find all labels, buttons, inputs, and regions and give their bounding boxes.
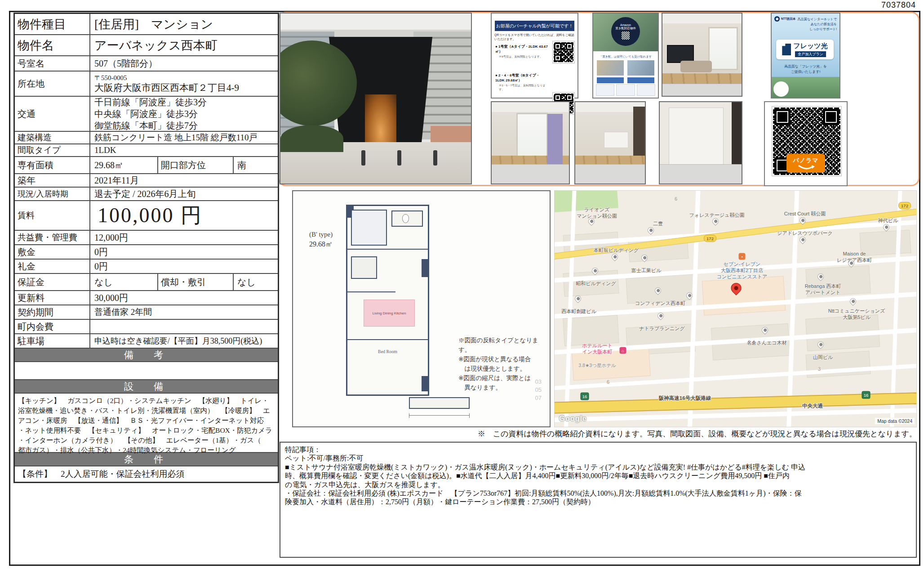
table-row-guarantee: 保証金 なし 償却・敷引 なし (15, 274, 278, 291)
qr-finder (554, 54, 561, 62)
living-room-photo (662, 13, 742, 97)
map-label: ホテルルート イン大阪本町 (582, 343, 612, 355)
photo-ceiling (492, 102, 569, 112)
room-photo (574, 101, 646, 184)
floor-plan-ldk-label: Living Dining Kitchen (364, 300, 415, 327)
map-label: 3.8★3つ星ホテル (578, 363, 616, 368)
table-row-association: 町内会費 (15, 320, 278, 334)
row-label: 築年 (15, 174, 90, 187)
virtual-tour-item-note: ※8号室は、反転間取となります。 (495, 55, 548, 59)
row-label: 建築構造 (15, 132, 90, 143)
map-label: 神代ビル (878, 218, 898, 224)
amazon-flyer: Amazon 置き配対応物件 「置き配」は留守にいても受け取れます (592, 13, 659, 99)
photo-cabinet (604, 132, 628, 148)
floor-plan-kitchen-counter (351, 256, 377, 279)
map-label: ライオンズ マンション靱公園 (577, 207, 617, 220)
document-number: 7037804 (881, 0, 916, 10)
amazon-step (596, 84, 614, 96)
map-road-badge: 172 (898, 202, 911, 209)
table-row-property-name: 物件名 アーバネックス西本町 (15, 35, 278, 56)
row-value: 12,000円 (90, 231, 278, 244)
disclaimer-text: ※ この資料は物件の概略紹介資料になります。写真、間取図面、設備、概要などが現況… (280, 429, 917, 439)
ntt-brand-text: NTT西日本 (781, 17, 795, 21)
map-label: Maison de レジデア西本町 (837, 251, 872, 264)
amazon-badge-text: Amazon 置き配対応物件 (615, 23, 636, 31)
map-block (702, 276, 786, 316)
map-label: 6 (607, 379, 609, 385)
row-label: 駐車場 (15, 334, 90, 348)
row-label: 更新料 (15, 291, 90, 305)
google-logo: Google (559, 414, 587, 423)
floor-plan-wall-line (347, 249, 428, 250)
photo-door (547, 114, 563, 167)
row-value-2: なし (234, 274, 278, 290)
map-label: 本町翁ビルディング (594, 247, 639, 254)
table-row-key-money: 礼金 0円 (15, 260, 278, 274)
qr-finder (554, 94, 561, 101)
photo-sky (280, 13, 471, 31)
row-label-2: 開口部方位 (158, 157, 234, 173)
row-label: 専有面積 (15, 157, 90, 173)
row-label: 共益費・管理費 (15, 231, 90, 244)
row-value: アーバネックス西本町 (90, 35, 278, 55)
floor-plan-wall (422, 259, 428, 277)
row-label: 現況/入居時期 (15, 188, 90, 200)
map-road-badge: 16 (581, 393, 589, 400)
row-label: 敷金 (15, 245, 90, 259)
row-label: 町内会費 (15, 320, 90, 333)
floor-plan-dimension-line (409, 415, 470, 416)
row-label: 契約期間 (15, 305, 90, 319)
floor-plan-bathroom (351, 210, 387, 246)
row-value: 0円 (90, 260, 278, 273)
property-sheet-page: 7037804 物件種目 [住居用] マンション 物件名 アーバネックス西本町 … (0, 0, 924, 569)
qr-finder (823, 109, 839, 125)
virtual-tour-subtext: QRコードをスマホ等で開いていただければ、資料をご確認いただけます。 (494, 33, 575, 41)
row-value: 1LDK (90, 144, 278, 156)
flets-message: 高品質な「フレッツ光」を ご提供いたします! (772, 64, 840, 74)
floor-plan-balcony (409, 397, 470, 409)
map-label: 山岡ビル (813, 354, 833, 361)
virtual-tour-header: お部屋のバーチャル内覧が可能です！ (495, 21, 574, 31)
address-text: 大阪府大阪市西区西本町２丁目4-9 (94, 82, 239, 93)
flets-circle-badge (773, 81, 789, 97)
table-row-rent: 賃料 100,000 円 (15, 201, 278, 231)
flets-hikari-flyer: ◉ NTT西日本 高品質なインターネットで あなたの新生活を しっかりサポート!… (771, 13, 840, 99)
row-value: [住居用] マンション (90, 14, 278, 34)
row-value: 507（5階部分） (90, 56, 278, 71)
table-row-contract: 契約期間 普通借家 2年間 (15, 305, 278, 320)
row-value (90, 320, 278, 333)
map-road-badge: 172 (704, 235, 716, 242)
rent-value: 100,000 円 (90, 201, 278, 230)
amazon-badge: Amazon 置き配対応物件 (611, 17, 640, 46)
floor-plan-area-label: 29.68㎡ (309, 240, 333, 249)
table-row-structure: 建築構造 鉄筋コンクリート造 地上15階 総戸数110戸 (15, 132, 278, 144)
ntt-logo: ◉ NTT西日本 (774, 16, 795, 22)
row-value: なし (90, 274, 158, 290)
entrance-photo (280, 13, 472, 184)
panorama-badge: パノラマ (786, 154, 825, 173)
row-label: 賃料 (15, 201, 90, 230)
photo-dark-edge (732, 102, 742, 166)
virtual-tour-item-1: ● 1号室（Aタイプ・2LDK 43.67㎡） ※8号室は、反転間取となります。 (495, 44, 548, 59)
photo-matting (662, 84, 742, 96)
map-label: 名倉さんエコ木材 (746, 340, 786, 346)
map-label: 富士工業ビル (631, 268, 662, 274)
table-row-renewal: 更新料 30,000円 (15, 291, 278, 305)
row-label-2: 償却・敷引 (158, 274, 234, 290)
amazon-blue-box (627, 77, 654, 83)
hallway-photo (491, 101, 570, 184)
amazon-blue-box (597, 77, 624, 83)
amazon-image-2 (627, 60, 654, 76)
row-label: 保証金 (15, 274, 90, 290)
amazon-bottom-strip (596, 84, 655, 96)
row-label: 号室名 (15, 56, 90, 71)
map-label: フォレステージュ靱公園 (689, 212, 745, 219)
floor-plan-type-label: (B' type) (309, 231, 333, 238)
photo-matting (575, 164, 645, 184)
equipment-header: 設 備 (15, 380, 278, 394)
map-label: セブン-イレブン 大阪西本町2丁目店 コンビニエンスストア (717, 261, 768, 280)
table-row-layout: 間取タイプ 1LDK (15, 144, 278, 157)
amazon-image-1 (597, 60, 624, 76)
virtual-tour-panel: お部屋のバーチャル内覧が可能です！ QRコードをスマホ等で開いていただければ、資… (491, 13, 578, 99)
door-photo (659, 101, 742, 184)
